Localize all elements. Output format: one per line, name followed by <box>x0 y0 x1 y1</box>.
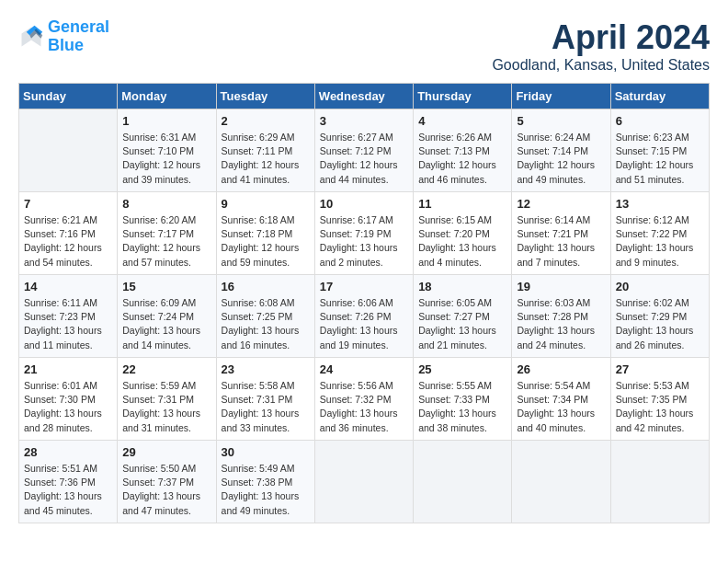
calendar-cell <box>512 441 610 523</box>
logo-general: General <box>48 17 109 36</box>
day-info: Sunrise: 6:20 AM Sunset: 7:17 PM Dayligh… <box>122 213 210 270</box>
day-info: Sunrise: 5:51 AM Sunset: 7:36 PM Dayligh… <box>24 462 112 518</box>
calendar-cell: 17Sunrise: 6:06 AM Sunset: 7:26 PM Dayli… <box>314 275 413 358</box>
weekday-header-friday: Friday <box>512 84 610 109</box>
day-info: Sunrise: 6:15 AM Sunset: 7:20 PM Dayligh… <box>418 213 506 270</box>
calendar-week-row: 14Sunrise: 6:11 AM Sunset: 7:23 PM Dayli… <box>19 275 710 358</box>
day-info: Sunrise: 6:17 AM Sunset: 7:19 PM Dayligh… <box>320 213 408 270</box>
day-info: Sunrise: 6:08 AM Sunset: 7:25 PM Dayligh… <box>222 296 310 352</box>
calendar-cell: 22Sunrise: 5:59 AM Sunset: 7:31 PM Dayli… <box>118 358 216 441</box>
day-info: Sunrise: 6:09 AM Sunset: 7:24 PM Dayligh… <box>122 296 210 352</box>
calendar-cell <box>414 441 512 523</box>
calendar-cell <box>314 441 413 523</box>
day-info: Sunrise: 6:02 AM Sunset: 7:29 PM Dayligh… <box>616 296 704 352</box>
calendar-cell: 8Sunrise: 6:20 AM Sunset: 7:17 PM Daylig… <box>118 192 216 275</box>
calendar-cell: 3Sunrise: 6:27 AM Sunset: 7:12 PM Daylig… <box>314 109 413 192</box>
calendar-week-row: 28Sunrise: 5:51 AM Sunset: 7:36 PM Dayli… <box>19 441 710 523</box>
day-info: Sunrise: 6:01 AM Sunset: 7:30 PM Dayligh… <box>24 379 112 435</box>
day-info: Sunrise: 5:59 AM Sunset: 7:31 PM Dayligh… <box>122 379 210 435</box>
title-area: April 2024 Goodland, Kansas, United Stat… <box>492 18 710 74</box>
calendar-cell <box>610 441 709 523</box>
day-number: 9 <box>222 197 310 211</box>
day-number: 22 <box>122 362 210 376</box>
day-number: 1 <box>122 114 210 128</box>
day-number: 27 <box>616 362 704 376</box>
calendar-cell: 10Sunrise: 6:17 AM Sunset: 7:19 PM Dayli… <box>314 192 413 275</box>
day-info: Sunrise: 6:27 AM Sunset: 7:12 PM Dayligh… <box>320 131 408 187</box>
logo: General Blue <box>18 18 109 55</box>
header: General Blue April 2024 Goodland, Kansas… <box>18 18 710 74</box>
weekday-header-monday: Monday <box>118 84 216 109</box>
calendar-cell: 1Sunrise: 6:31 AM Sunset: 7:10 PM Daylig… <box>118 109 216 192</box>
day-number: 12 <box>517 197 605 211</box>
day-number: 21 <box>24 362 112 376</box>
day-number: 3 <box>320 114 408 128</box>
weekday-header-wednesday: Wednesday <box>314 84 413 109</box>
day-info: Sunrise: 6:29 AM Sunset: 7:11 PM Dayligh… <box>222 131 310 187</box>
calendar-cell: 2Sunrise: 6:29 AM Sunset: 7:11 PM Daylig… <box>216 109 314 192</box>
day-number: 19 <box>517 280 605 293</box>
day-info: Sunrise: 5:55 AM Sunset: 7:33 PM Dayligh… <box>418 379 506 435</box>
calendar-cell: 6Sunrise: 6:23 AM Sunset: 7:15 PM Daylig… <box>610 109 709 192</box>
day-number: 10 <box>320 197 408 211</box>
day-info: Sunrise: 6:03 AM Sunset: 7:28 PM Dayligh… <box>517 296 605 352</box>
calendar-cell: 28Sunrise: 5:51 AM Sunset: 7:36 PM Dayli… <box>19 441 118 523</box>
day-number: 8 <box>122 197 210 211</box>
day-info: Sunrise: 6:12 AM Sunset: 7:22 PM Dayligh… <box>616 213 704 270</box>
calendar-cell: 13Sunrise: 6:12 AM Sunset: 7:22 PM Dayli… <box>610 192 709 275</box>
day-info: Sunrise: 6:11 AM Sunset: 7:23 PM Dayligh… <box>24 296 112 352</box>
day-number: 26 <box>517 362 605 376</box>
calendar-week-row: 1Sunrise: 6:31 AM Sunset: 7:10 PM Daylig… <box>19 109 710 192</box>
calendar-cell: 25Sunrise: 5:55 AM Sunset: 7:33 PM Dayli… <box>414 358 512 441</box>
day-info: Sunrise: 5:56 AM Sunset: 7:32 PM Dayligh… <box>320 379 408 435</box>
day-number: 18 <box>418 280 506 293</box>
day-number: 14 <box>24 280 112 293</box>
calendar-week-row: 21Sunrise: 6:01 AM Sunset: 7:30 PM Dayli… <box>19 358 710 441</box>
calendar-cell: 20Sunrise: 6:02 AM Sunset: 7:29 PM Dayli… <box>610 275 709 358</box>
day-info: Sunrise: 6:18 AM Sunset: 7:18 PM Dayligh… <box>222 213 310 270</box>
calendar-cell: 5Sunrise: 6:24 AM Sunset: 7:14 PM Daylig… <box>512 109 610 192</box>
weekday-header-sunday: Sunday <box>19 84 118 109</box>
day-info: Sunrise: 5:49 AM Sunset: 7:38 PM Dayligh… <box>222 462 310 518</box>
day-number: 11 <box>418 197 506 211</box>
calendar-table: SundayMondayTuesdayWednesdayThursdayFrid… <box>18 83 710 523</box>
day-number: 13 <box>616 197 704 211</box>
day-info: Sunrise: 6:05 AM Sunset: 7:27 PM Dayligh… <box>418 296 506 352</box>
calendar-cell: 19Sunrise: 6:03 AM Sunset: 7:28 PM Dayli… <box>512 275 610 358</box>
day-info: Sunrise: 6:06 AM Sunset: 7:26 PM Dayligh… <box>320 296 408 352</box>
day-info: Sunrise: 6:31 AM Sunset: 7:10 PM Dayligh… <box>122 131 210 187</box>
calendar-cell <box>19 109 118 192</box>
day-number: 4 <box>418 114 506 128</box>
day-number: 6 <box>616 114 704 128</box>
calendar-cell: 29Sunrise: 5:50 AM Sunset: 7:37 PM Dayli… <box>118 441 216 523</box>
day-info: Sunrise: 6:24 AM Sunset: 7:14 PM Dayligh… <box>517 131 605 187</box>
calendar-cell: 16Sunrise: 6:08 AM Sunset: 7:25 PM Dayli… <box>216 275 314 358</box>
weekday-header-saturday: Saturday <box>610 84 709 109</box>
weekday-header-row: SundayMondayTuesdayWednesdayThursdayFrid… <box>19 84 710 109</box>
weekday-header-thursday: Thursday <box>414 84 512 109</box>
calendar-cell: 11Sunrise: 6:15 AM Sunset: 7:20 PM Dayli… <box>414 192 512 275</box>
day-number: 20 <box>616 280 704 293</box>
calendar-cell: 4Sunrise: 6:26 AM Sunset: 7:13 PM Daylig… <box>414 109 512 192</box>
day-number: 7 <box>24 197 112 211</box>
logo-blue: Blue <box>48 36 84 54</box>
day-info: Sunrise: 6:23 AM Sunset: 7:15 PM Dayligh… <box>616 131 704 187</box>
weekday-header-tuesday: Tuesday <box>216 84 314 109</box>
day-number: 25 <box>418 362 506 376</box>
calendar-cell: 14Sunrise: 6:11 AM Sunset: 7:23 PM Dayli… <box>19 275 118 358</box>
location-title: Goodland, Kansas, United States <box>492 57 710 74</box>
day-number: 5 <box>517 114 605 128</box>
day-number: 16 <box>222 280 310 293</box>
calendar-cell: 12Sunrise: 6:14 AM Sunset: 7:21 PM Dayli… <box>512 192 610 275</box>
calendar-cell: 26Sunrise: 5:54 AM Sunset: 7:34 PM Dayli… <box>512 358 610 441</box>
calendar-cell: 27Sunrise: 5:53 AM Sunset: 7:35 PM Dayli… <box>610 358 709 441</box>
day-info: Sunrise: 5:58 AM Sunset: 7:31 PM Dayligh… <box>222 379 310 435</box>
calendar-cell: 15Sunrise: 6:09 AM Sunset: 7:24 PM Dayli… <box>118 275 216 358</box>
day-info: Sunrise: 5:54 AM Sunset: 7:34 PM Dayligh… <box>517 379 605 435</box>
calendar-cell: 18Sunrise: 6:05 AM Sunset: 7:27 PM Dayli… <box>414 275 512 358</box>
calendar-cell: 7Sunrise: 6:21 AM Sunset: 7:16 PM Daylig… <box>19 192 118 275</box>
day-number: 29 <box>122 445 210 459</box>
day-info: Sunrise: 6:21 AM Sunset: 7:16 PM Dayligh… <box>24 213 112 270</box>
calendar-cell: 30Sunrise: 5:49 AM Sunset: 7:38 PM Dayli… <box>216 441 314 523</box>
day-number: 24 <box>320 362 408 376</box>
